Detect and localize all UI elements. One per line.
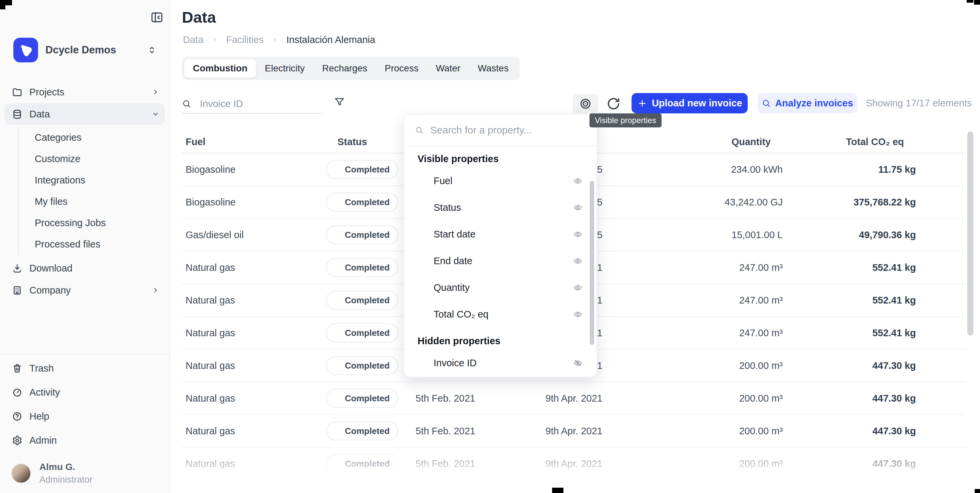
row-actions-button[interactable]: [931, 325, 947, 340]
row-actions-button[interactable]: [931, 293, 947, 308]
ellipsis-icon: [934, 295, 943, 305]
property-item-fuel[interactable]: Fuel: [404, 168, 597, 194]
sidebar-item-label: Activity: [29, 387, 159, 398]
quantity-cell: 200.00 m³: [739, 426, 783, 437]
sidebar-item-data[interactable]: Data: [5, 103, 165, 125]
table-row[interactable]: Natural gas Completed 5th Feb. 2021 9th …: [182, 382, 965, 415]
total-co2-cell: 447.30 kg: [872, 360, 916, 371]
sidebar-subitem-customize[interactable]: Customize: [27, 148, 165, 170]
tab-wastes[interactable]: Wastes: [469, 59, 517, 78]
property-item-status[interactable]: Status: [404, 194, 597, 221]
drag-handle-icon[interactable]: [417, 202, 424, 213]
breadcrumb-item[interactable]: Data: [183, 34, 203, 45]
workspace-switcher[interactable]: Dcycle Demos: [13, 37, 157, 63]
eye-icon[interactable]: [572, 310, 584, 319]
upload-button-label: Upload new invoice: [652, 98, 742, 109]
table-row[interactable]: Natural gas Completed 5th Feb. 2021 9th …: [182, 448, 965, 480]
property-list: Visible properties Fuel Status Start dat…: [404, 146, 597, 376]
row-actions-button[interactable]: [931, 456, 947, 471]
tab-water[interactable]: Water: [427, 59, 469, 78]
quantity-cell: 200.00 m³: [739, 393, 783, 404]
row-actions-button[interactable]: [931, 227, 947, 242]
user-menu[interactable]: Almu G. Administrator: [11, 462, 163, 484]
check-circle-icon: [332, 328, 341, 338]
analyze-invoices-button[interactable]: Analyze invoices: [758, 93, 857, 113]
filter-button[interactable]: [334, 96, 345, 108]
tab-recharges[interactable]: Recharges: [313, 59, 376, 78]
sidebar-item-help[interactable]: Help: [5, 404, 165, 428]
drag-handle-icon[interactable]: [417, 229, 424, 239]
row-actions-button[interactable]: [931, 260, 947, 275]
sidebar-item-admin[interactable]: Admin: [5, 428, 165, 452]
sidebar-item-company[interactable]: Company: [5, 279, 165, 301]
drag-handle-icon[interactable]: [417, 282, 424, 293]
vertical-scrollbar[interactable]: [967, 132, 973, 336]
column-label: Status: [337, 136, 367, 147]
eye-icon[interactable]: [572, 230, 584, 239]
total-co2-cell: 375,768.22 kg: [853, 197, 916, 208]
breadcrumb-item[interactable]: Facilities: [226, 34, 264, 45]
drag-handle-icon[interactable]: [417, 255, 424, 266]
sidebar-item-label: Data: [29, 109, 151, 120]
sidebar-subitem-processed-files[interactable]: Processed files: [27, 233, 165, 255]
total-co2-cell: 447.30 kg: [872, 458, 916, 469]
end-date-cell: 9th Apr. 2021: [546, 458, 603, 469]
row-actions-button[interactable]: [931, 162, 947, 177]
screenshot-artifact: [967, 0, 973, 3]
row-actions-button[interactable]: [931, 423, 947, 438]
sidebar-item-trash[interactable]: Trash: [5, 356, 165, 380]
tab-electricity[interactable]: Electricity: [256, 59, 313, 78]
visible-properties-button[interactable]: [573, 94, 598, 113]
total-co2-cell: 552.41 kg: [872, 262, 916, 273]
tab-combustion[interactable]: Combustion: [184, 59, 256, 78]
popover-scrollbar[interactable]: [590, 181, 594, 345]
eye-icon[interactable]: [572, 203, 584, 212]
sidebar-item-projects[interactable]: Projects: [5, 81, 165, 103]
chevron-updown-icon: [147, 44, 157, 56]
sidebar-subitem-processing-jobs[interactable]: Processing Jobs: [27, 212, 165, 233]
sidebar-subitem-my-files[interactable]: My files: [27, 191, 165, 212]
total-co2-cell: 447.30 kg: [872, 426, 916, 437]
row-actions-button[interactable]: [931, 358, 947, 373]
eye-icon[interactable]: [572, 257, 584, 266]
sidebar-item-label: Admin: [29, 435, 159, 446]
sidebar-subitem-categories[interactable]: Categories: [27, 127, 165, 148]
fuel-cell: Natural gas: [186, 458, 235, 469]
sidebar-subitem-integrations[interactable]: Integrations: [27, 170, 165, 191]
sidebar-collapse-button[interactable]: [148, 9, 165, 26]
sidebar-item-label: Trash: [29, 363, 159, 374]
property-search-input[interactable]: [430, 124, 586, 136]
drag-handle-icon[interactable]: [417, 309, 424, 320]
upload-new-invoice-button[interactable]: Upload new invoice: [632, 93, 748, 113]
refresh-button[interactable]: [606, 97, 621, 111]
invoice-search-input[interactable]: [200, 98, 310, 109]
column-label: Total CO₂ eq: [846, 136, 904, 147]
property-item-start-date[interactable]: Start date: [404, 221, 597, 247]
chevron-right-icon: [151, 88, 159, 96]
property-item-end-date[interactable]: End date: [404, 247, 597, 274]
sidebar-item-download[interactable]: Download: [5, 257, 165, 279]
column-header-total-co-eq[interactable]: Total CO₂ eq: [846, 131, 916, 153]
sidebar-item-activity[interactable]: Activity: [5, 380, 165, 404]
results-count: Showing 17/17 elements: [866, 93, 972, 113]
eye-off-icon[interactable]: [572, 358, 584, 368]
row-actions-button[interactable]: [931, 195, 947, 209]
table-row[interactable]: Natural gas Completed 5th Feb. 2021 9th …: [182, 415, 965, 448]
drag-handle-icon[interactable]: [417, 358, 424, 368]
property-item-total-co-eq[interactable]: Total CO₂ eq: [404, 301, 597, 328]
ellipsis-icon: [934, 328, 943, 338]
property-item-quantity[interactable]: Quantity: [404, 274, 597, 301]
eye-icon[interactable]: [572, 283, 584, 292]
tab-process[interactable]: Process: [376, 59, 427, 78]
column-header-fuel[interactable]: Fuel: [186, 131, 205, 153]
search-icon: [182, 99, 191, 108]
start-date-cell: 5th Feb. 2021: [415, 393, 475, 404]
column-header-quantity[interactable]: Quantity: [731, 131, 783, 153]
breadcrumb-item[interactable]: Instalación Alemania: [286, 34, 375, 45]
drag-handle-icon[interactable]: [417, 176, 424, 186]
eye-icon[interactable]: [572, 176, 584, 185]
property-item-invoice-id[interactable]: Invoice ID: [404, 350, 597, 376]
screenshot-artifact: [0, 0, 12, 5]
column-header-status[interactable]: Status: [337, 131, 367, 153]
row-actions-button[interactable]: [931, 391, 947, 406]
